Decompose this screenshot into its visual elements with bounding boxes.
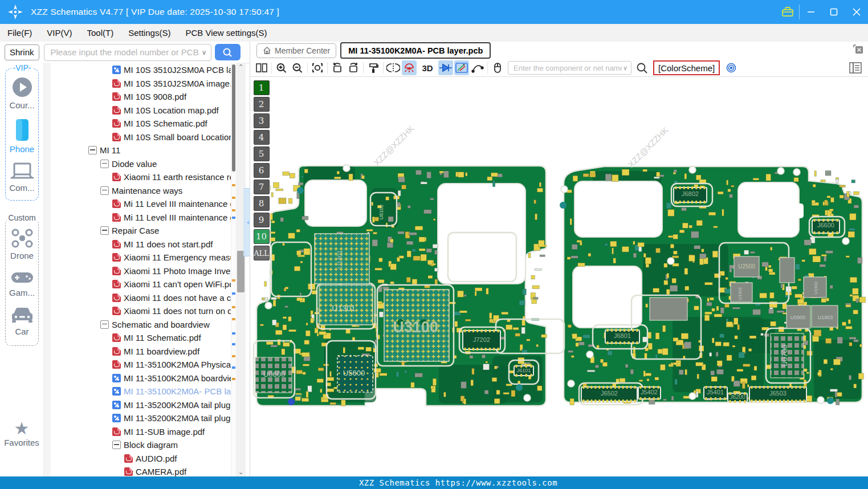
chevron-down-icon[interactable]: ∨	[623, 64, 627, 72]
tree-node[interactable]: MI 11	[88, 144, 120, 157]
tree-scrollbar[interactable]: ⌃ ⌄	[236, 63, 246, 476]
menu-item-0[interactable]: File(F)	[0, 28, 39, 38]
tree-file-item[interactable]: MI 11-35200K2M0A tail plug	[112, 411, 230, 425]
layer-button-3[interactable]: 3	[254, 113, 270, 128]
tree-file-item[interactable]: MI 11 does not start.pdf	[112, 238, 213, 251]
minimize-button[interactable]	[800, 0, 822, 24]
tree-minimap-scrollbar[interactable]	[231, 63, 236, 476]
shrink-button[interactable]: Shrink	[5, 44, 39, 60]
close-button[interactable]	[845, 0, 868, 24]
fit-view-tool-icon[interactable]	[310, 60, 325, 75]
collapse-expander-icon[interactable]	[100, 226, 109, 235]
tree-file-item[interactable]: MI 10S Small board Location	[112, 131, 231, 144]
curve-tool-icon[interactable]	[470, 60, 485, 75]
layer-button-10[interactable]: 10	[254, 229, 270, 244]
menu-item-1[interactable]: VIP(V)	[39, 28, 79, 38]
diode-tool-icon[interactable]	[438, 60, 453, 75]
collapse-expander-icon[interactable]	[100, 320, 109, 329]
tree-file-item[interactable]: MI 11-35100K2M0A boardvie	[112, 372, 231, 385]
tree-file-item[interactable]: AUDIO.pdf	[124, 452, 177, 465]
tree-file-item[interactable]: MI 11-35200K2M0A tail plug	[112, 398, 230, 411]
scroll-down-arrow[interactable]: ⌄	[236, 468, 246, 476]
zoom-in-tool-icon[interactable]	[274, 60, 289, 75]
menu-item-3[interactable]: Settings(S)	[121, 28, 178, 38]
tree-file-item[interactable]: MI 10S 3510J2SM0A image.p	[112, 77, 231, 90]
rotate-right-tool-icon[interactable]	[346, 60, 361, 75]
layer-button-1[interactable]: 1	[254, 80, 270, 95]
tree-file-item[interactable]: MI 11 boardview.pdf	[112, 345, 199, 358]
scroll-up-arrow[interactable]: ⌃	[236, 63, 246, 71]
sidebar-scrollbar[interactable]	[43, 63, 51, 476]
pcb-viewer[interactable]: XZZ@XZZHKXZZ@XZZHKU3100U1301U1401U5600U0…	[250, 77, 868, 476]
mouse-tool-icon[interactable]	[490, 60, 505, 75]
tree-file-item[interactable]: Xiaomi 11 does not turn on o	[112, 304, 231, 317]
3d-label-tool-icon[interactable]: 3D	[418, 60, 437, 75]
tree-file-item[interactable]: Xiaomi 11 Photo Image Inve	[112, 264, 230, 278]
tab-pcb-layer[interactable]: MI 11-35100K2M0A- PCB layer.pcb	[340, 42, 491, 59]
tree-file-item[interactable]: MI 11-35100K2M0A Physical	[112, 358, 231, 371]
tree-node[interactable]: Maintenance ways	[100, 184, 182, 197]
tree-file-item[interactable]: Xiaomi 11 Emergency measu	[112, 251, 231, 264]
collapse-expander-icon[interactable]	[100, 186, 109, 195]
tree-file-item[interactable]: MI 11-35100K2M0A- PCB lay	[112, 385, 231, 398]
close-document-icon[interactable]	[853, 44, 864, 55]
tree-file-item[interactable]: Xiaomi 11 can't open WiFi.pd	[112, 278, 231, 291]
layer-button-8[interactable]: 8	[254, 196, 270, 211]
layer-button-5[interactable]: 5	[254, 146, 270, 161]
tree-file-item[interactable]: CAMERA.pdf	[124, 465, 186, 476]
tree-node[interactable]: Schematic and boardview	[100, 318, 210, 331]
layer-button-4[interactable]: 4	[254, 130, 270, 145]
tree-node[interactable]: Diode value	[100, 157, 157, 170]
sidebar-item-drone[interactable]: Drone	[6, 228, 38, 260]
brush-tool-icon[interactable]	[366, 60, 381, 75]
sidebar-item-gam[interactable]: Gam...	[6, 270, 38, 298]
lamp-tool-icon[interactable]	[402, 60, 417, 75]
tree-file-item[interactable]: MI 10S 9008.pdf	[112, 90, 186, 103]
tree-file-item[interactable]: Xiaomi 11 does not have a cl	[112, 291, 231, 304]
layer-button-2[interactable]: 2	[254, 97, 270, 112]
tree-minimap-thumb[interactable]	[232, 64, 235, 172]
tree-file-item[interactable]: MI 10S Location map.pdf	[112, 104, 219, 117]
target-icon[interactable]	[724, 60, 739, 75]
model-search-box[interactable]: ∨	[44, 44, 211, 61]
zoom-out-tool-icon[interactable]	[290, 60, 305, 75]
tree-file-item[interactable]: MI 11 Schematic.pdf	[112, 331, 201, 344]
tree-file-item[interactable]: Xiaomi 11 earth resistance re	[112, 170, 231, 184]
tree-file-item[interactable]: MI 10S Schematic.pdf	[112, 117, 207, 130]
model-search-input[interactable]	[50, 47, 202, 58]
tree-file-item[interactable]: MI 11-SUB image.pdf	[112, 425, 205, 438]
maximize-button[interactable]	[822, 0, 845, 24]
sidebar-item-cour[interactable]: Cour...	[6, 76, 38, 110]
colorscheme-button[interactable]: [ColorScheme]	[653, 60, 720, 75]
sidebar-item-car[interactable]: Car	[6, 306, 38, 336]
layer-button-6[interactable]: 6	[254, 163, 270, 178]
chevron-down-icon[interactable]: ∨	[202, 48, 207, 56]
sidebar-item-phone[interactable]: Phone	[6, 118, 38, 154]
layer-button-9[interactable]: 9	[254, 213, 270, 227]
mirror-tool-icon[interactable]	[386, 60, 401, 75]
tree-file-item[interactable]: Mi 11 Level III maintenance g	[112, 211, 231, 224]
layer-button-all[interactable]: ALL	[254, 246, 270, 260]
vip-briefcase-icon[interactable]	[776, 5, 800, 19]
menu-item-2[interactable]: Tool(T)	[80, 28, 121, 38]
net-search-go-icon[interactable]	[634, 60, 649, 75]
tree-node[interactable]: Repair Case	[100, 224, 159, 237]
sidebar-item-com[interactable]: Com...	[6, 161, 38, 193]
tree-scrollbar-thumb[interactable]	[237, 251, 244, 292]
sidebar-item-favorites[interactable]: ★ Favorites	[0, 421, 43, 447]
tree-file-item[interactable]: MI 10S 3510J2SM0A PCB lay	[112, 63, 231, 76]
search-button[interactable]	[215, 44, 241, 60]
collapse-expander-icon[interactable]	[100, 160, 109, 168]
tree-file-item[interactable]: Mi 11 Level III maintenance g	[112, 197, 231, 210]
menu-item-4[interactable]: PCB View settings(S)	[178, 28, 274, 38]
tree-node[interactable]: Block diagram	[112, 438, 178, 451]
rotate-left-tool-icon[interactable]	[330, 60, 345, 75]
collapse-expander-icon[interactable]	[112, 441, 121, 449]
net-search-box[interactable]: ∨	[508, 61, 631, 75]
probe-tool-icon[interactable]	[454, 60, 469, 75]
member-center-button[interactable]: Member Center	[256, 43, 336, 58]
collapse-expander-icon[interactable]	[88, 146, 97, 154]
layer-button-7[interactable]: 7	[254, 180, 270, 194]
net-search-input[interactable]	[512, 63, 623, 73]
split-view-tool-icon[interactable]	[254, 60, 269, 75]
